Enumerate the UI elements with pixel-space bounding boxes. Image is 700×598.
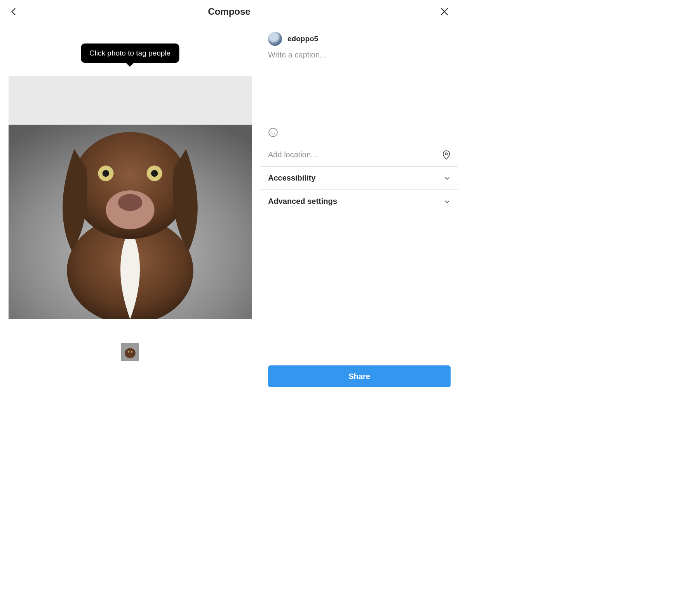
share-button[interactable]: Share bbox=[268, 365, 451, 387]
close-icon bbox=[439, 7, 449, 17]
caption-input[interactable] bbox=[268, 50, 451, 124]
svg-point-13 bbox=[125, 348, 136, 358]
advanced-settings-label: Advanced settings bbox=[268, 197, 337, 206]
back-button[interactable] bbox=[2, 0, 26, 23]
avatar[interactable] bbox=[268, 32, 282, 46]
advanced-settings-row[interactable]: Advanced settings bbox=[260, 189, 458, 213]
svg-point-14 bbox=[128, 351, 129, 353]
svg-point-16 bbox=[269, 128, 277, 137]
accessibility-row[interactable]: Accessibility bbox=[260, 166, 458, 189]
form-pane: edoppo5 Add location... Acces bbox=[260, 23, 458, 392]
svg-point-10 bbox=[102, 170, 109, 177]
add-location-row[interactable]: Add location... bbox=[260, 143, 458, 166]
accessibility-label: Accessibility bbox=[268, 174, 315, 183]
chevron-down-icon bbox=[444, 175, 451, 182]
emoji-button[interactable] bbox=[268, 127, 278, 137]
svg-point-17 bbox=[272, 131, 272, 132]
close-button[interactable] bbox=[433, 0, 456, 23]
chevron-left-icon bbox=[9, 7, 19, 17]
emoji-row bbox=[260, 126, 458, 143]
chevron-down-icon bbox=[444, 198, 451, 205]
svg-point-7 bbox=[118, 194, 142, 211]
page-title: Compose bbox=[208, 6, 250, 17]
caption-box bbox=[260, 49, 458, 126]
add-location-label: Add location... bbox=[268, 150, 317, 159]
username: edoppo5 bbox=[287, 35, 318, 43]
thumbnail-1[interactable] bbox=[121, 343, 139, 361]
location-pin-icon bbox=[442, 150, 451, 160]
smiley-icon bbox=[268, 127, 278, 137]
thumbnail-strip bbox=[121, 343, 139, 361]
main-photo[interactable] bbox=[9, 76, 252, 319]
svg-point-18 bbox=[274, 131, 275, 132]
svg-point-19 bbox=[445, 153, 448, 155]
tag-people-tooltip: Click photo to tag people bbox=[81, 43, 179, 63]
photo-pane: Click photo to tag people bbox=[0, 23, 260, 392]
header-bar: Compose bbox=[0, 0, 458, 23]
svg-point-15 bbox=[131, 351, 132, 353]
svg-point-11 bbox=[151, 170, 158, 177]
user-row: edoppo5 bbox=[260, 23, 458, 49]
